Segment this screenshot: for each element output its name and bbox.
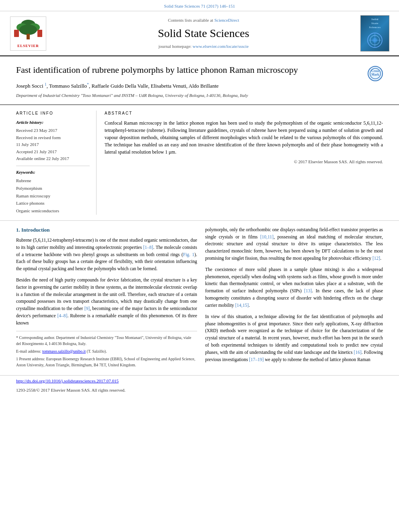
crossmark-badge: Cross Mark: [368, 66, 383, 81]
right-para-2: The coexistence of more solid phases in …: [205, 266, 383, 309]
ref-16[interactable]: [16]: [354, 350, 362, 355]
sciencedirect-link[interactable]: ScienceDirect: [214, 18, 239, 23]
article-title: Fast identification of rubrene polymorph…: [16, 64, 298, 76]
email-note: E-mail address: tommaso.salzillo@unibo.i…: [16, 348, 197, 354]
keyword-lattice: Lattice phonons: [16, 199, 90, 207]
journal-cover: Solid State Sciences: [359, 15, 391, 51]
contents-line: Contents lists available at ScienceDirec…: [56, 17, 351, 23]
ref-9[interactable]: [9]: [84, 306, 90, 311]
svg-rect-5: [27, 34, 30, 39]
copyright-notice: © 2017 Elsevier Masson SAS. All rights r…: [105, 159, 383, 165]
abstract-column: ABSTRACT Confocal Raman microscopy in th…: [105, 111, 383, 215]
article-header: Fast identification of rubrene polymorph…: [0, 56, 399, 105]
svg-text:Cross: Cross: [371, 69, 379, 73]
introduction-title: 1. Introduction: [16, 226, 197, 234]
topbar-text: Solid State Sciences 71 (2017) 146–151: [164, 4, 235, 8]
doi-link[interactable]: http://dx.doi.org/10.1016/j.solidstatesc…: [16, 378, 119, 383]
journal-url-link[interactable]: www.elsevier.com/locate/ssscie: [193, 44, 249, 49]
available-date: Available online 22 July 2017: [16, 155, 90, 162]
elsevier-brand-text: ELSEVIER: [12, 43, 44, 49]
received-date: Received 23 May 2017: [16, 127, 90, 134]
info-divider: [16, 166, 90, 166]
keyword-rubrene: Rubrene: [16, 177, 90, 185]
svg-rect-6: [14, 30, 19, 37]
abstract-heading: ABSTRACT: [105, 111, 383, 116]
revised-date: 11 July 2017: [16, 141, 90, 148]
received-revised-label: Received in revised form: [16, 134, 90, 142]
ref-4-8[interactable]: [4–8]: [57, 313, 67, 318]
main-right-column: polymorphs, only the orthorhombic one di…: [205, 226, 383, 370]
email-link[interactable]: tommaso.salzillo@unibo.it: [42, 349, 86, 353]
article-info-abstract: ARTICLE INFO Article history: Received 2…: [0, 105, 399, 221]
affiliation: Department of Industrial Chemistry "Toso…: [16, 92, 383, 99]
footnote-1: 1 Present address: European Bioenergy Re…: [16, 356, 197, 368]
ref-12[interactable]: [12]: [372, 256, 380, 261]
doi-section: http://dx.doi.org/10.1016/j.solidstatesc…: [0, 375, 399, 386]
publisher-logo: ELSEVIER: [8, 16, 48, 51]
right-para-3: In view of this situation, a technique a…: [205, 313, 383, 364]
ref-10-11[interactable]: [10,11]: [260, 234, 274, 239]
corresponding-note: * Corresponding author. Department of In…: [16, 335, 197, 347]
journal-title-section: Contents lists available at ScienceDirec…: [48, 17, 359, 49]
abstract-text: Confocal Raman microscopy in the lattice…: [105, 119, 383, 156]
main-content: 1. Introduction Rubrene (5,6,11,12-tetra…: [0, 221, 399, 375]
main-left-column: 1. Introduction Rubrene (5,6,11,12-tetra…: [16, 226, 197, 370]
issn-section: 1293-2558/© 2017 Elsevier Masson SAS. Al…: [0, 386, 399, 396]
svg-point-4: [19, 25, 37, 35]
journal-title: Solid State Sciences: [56, 25, 351, 41]
keyword-polymorphism: Polymorphism: [16, 185, 90, 192]
ref-1-8[interactable]: [1–8]: [143, 245, 153, 250]
article-info-column: ARTICLE INFO Article history: Received 2…: [16, 111, 97, 215]
keyword-raman: Raman microscopy: [16, 192, 90, 200]
journal-cover-image: Solid State Sciences: [360, 15, 389, 51]
intro-para-2: Besides the need of high purity compound…: [16, 277, 197, 327]
elsevier-logo-box: ELSEVIER: [10, 16, 46, 51]
ref-13[interactable]: [13]: [304, 288, 312, 293]
accepted-date: Accepted 21 July 2017: [16, 148, 90, 156]
cover-visual-icon: [365, 31, 385, 49]
keyword-organic: Organic semiconductors: [16, 207, 90, 215]
svg-rect-7: [37, 30, 42, 37]
keywords-label: Keywords:: [16, 169, 90, 175]
crossmark-icon: Cross Mark: [368, 66, 383, 81]
elsevier-tree-icon: [12, 18, 44, 43]
article-info-heading: ARTICLE INFO: [16, 111, 90, 116]
journal-header: ELSEVIER Contents lists available at Sci…: [0, 11, 399, 56]
svg-text:Mark: Mark: [371, 73, 379, 76]
authors: Joseph Socci 1, Tommaso Salzillo*, Raffa…: [16, 81, 383, 90]
right-para-1: polymorphs, only the orthorhombic one di…: [205, 226, 383, 262]
journal-reference: Solid State Sciences 71 (2017) 146–151: [0, 0, 399, 11]
fig1-link[interactable]: Fig. 1: [183, 252, 194, 257]
journal-homepage: journal homepage: www.elsevier.com/locat…: [56, 43, 351, 49]
footnotes-section: * Corresponding author. Department of In…: [16, 331, 197, 368]
intro-para-1: Rubrene (5,6,11,12-tetraphenyl-tetracene…: [16, 237, 197, 273]
ref-17-19[interactable]: [17–19]: [249, 357, 263, 362]
ref-14-15[interactable]: [14,15]: [235, 303, 249, 308]
article-history-label: Article history:: [16, 119, 90, 125]
